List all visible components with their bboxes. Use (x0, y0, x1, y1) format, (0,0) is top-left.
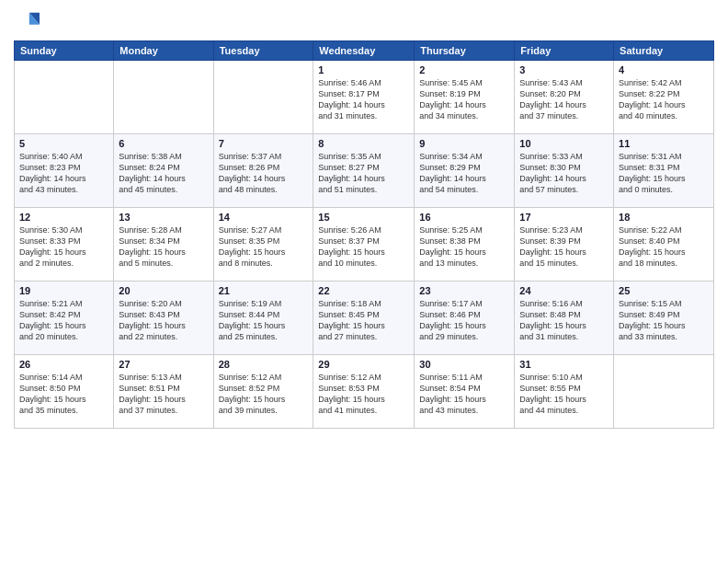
day-number: 28 (219, 359, 309, 370)
day-number: 27 (119, 359, 208, 370)
calendar-cell: 4Sunrise: 5:42 AM Sunset: 8:22 PM Daylig… (614, 61, 714, 134)
day-number: 31 (519, 359, 609, 370)
day-number: 1 (318, 64, 409, 75)
week-row-2: 5Sunrise: 5:40 AM Sunset: 8:23 PM Daylig… (15, 134, 714, 208)
day-info: Sunrise: 5:25 AM Sunset: 8:38 PM Dayligh… (419, 224, 509, 270)
calendar-cell: 20Sunrise: 5:20 AM Sunset: 8:43 PM Dayli… (114, 282, 213, 355)
calendar-cell: 6Sunrise: 5:38 AM Sunset: 8:24 PM Daylig… (114, 134, 213, 208)
calendar-cell: 10Sunrise: 5:33 AM Sunset: 8:30 PM Dayli… (515, 134, 614, 208)
calendar-cell: 8Sunrise: 5:35 AM Sunset: 8:27 PM Daylig… (313, 134, 415, 208)
calendar-cell: 30Sunrise: 5:11 AM Sunset: 8:54 PM Dayli… (415, 355, 515, 429)
day-info: Sunrise: 5:13 AM Sunset: 8:51 PM Dayligh… (119, 372, 208, 417)
day-number: 4 (619, 64, 709, 75)
day-number: 9 (419, 138, 509, 149)
calendar-cell: 16Sunrise: 5:25 AM Sunset: 8:38 PM Dayli… (415, 208, 515, 282)
page: SundayMondayTuesdayWednesdayThursdayFrid… (0, 0, 728, 563)
day-number: 11 (619, 138, 709, 149)
calendar-cell: 7Sunrise: 5:37 AM Sunset: 8:26 PM Daylig… (213, 134, 313, 208)
day-header-monday: Monday (114, 41, 213, 61)
day-header-sunday: Sunday (15, 41, 114, 61)
day-number: 14 (219, 212, 309, 223)
calendar-cell: 15Sunrise: 5:26 AM Sunset: 8:37 PM Dayli… (313, 208, 415, 282)
day-number: 18 (619, 212, 709, 223)
day-number: 7 (219, 138, 309, 149)
day-info: Sunrise: 5:18 AM Sunset: 8:45 PM Dayligh… (318, 298, 409, 343)
day-info: Sunrise: 5:45 AM Sunset: 8:19 PM Dayligh… (419, 77, 509, 122)
day-number: 17 (519, 212, 609, 223)
calendar-cell: 26Sunrise: 5:14 AM Sunset: 8:50 PM Dayli… (15, 355, 114, 429)
day-number: 3 (519, 64, 609, 75)
week-row-5: 26Sunrise: 5:14 AM Sunset: 8:50 PM Dayli… (15, 355, 714, 429)
calendar-cell: 1Sunrise: 5:46 AM Sunset: 8:17 PM Daylig… (313, 61, 415, 134)
calendar-cell: 9Sunrise: 5:34 AM Sunset: 8:29 PM Daylig… (415, 134, 515, 208)
day-info: Sunrise: 5:12 AM Sunset: 8:53 PM Dayligh… (318, 372, 409, 417)
day-info: Sunrise: 5:16 AM Sunset: 8:48 PM Dayligh… (519, 298, 609, 343)
day-info: Sunrise: 5:34 AM Sunset: 8:29 PM Dayligh… (419, 151, 509, 196)
logo-icon (14, 9, 40, 35)
day-info: Sunrise: 5:28 AM Sunset: 8:34 PM Dayligh… (119, 224, 208, 270)
calendar-cell (15, 61, 114, 134)
day-info: Sunrise: 5:15 AM Sunset: 8:49 PM Dayligh… (619, 298, 709, 343)
calendar-body: 1Sunrise: 5:46 AM Sunset: 8:17 PM Daylig… (15, 61, 714, 429)
day-number: 23 (419, 285, 509, 296)
day-info: Sunrise: 5:43 AM Sunset: 8:20 PM Dayligh… (519, 77, 609, 122)
day-info: Sunrise: 5:12 AM Sunset: 8:52 PM Dayligh… (219, 372, 309, 417)
calendar-cell: 21Sunrise: 5:19 AM Sunset: 8:44 PM Dayli… (213, 282, 313, 355)
day-info: Sunrise: 5:40 AM Sunset: 8:23 PM Dayligh… (19, 151, 108, 196)
day-info: Sunrise: 5:14 AM Sunset: 8:50 PM Dayligh… (19, 372, 108, 417)
calendar-cell: 13Sunrise: 5:28 AM Sunset: 8:34 PM Dayli… (114, 208, 213, 282)
calendar-cell: 19Sunrise: 5:21 AM Sunset: 8:42 PM Dayli… (15, 282, 114, 355)
day-number: 20 (119, 285, 208, 296)
day-number: 8 (318, 138, 409, 149)
day-info: Sunrise: 5:33 AM Sunset: 8:30 PM Dayligh… (519, 151, 609, 196)
calendar-cell: 2Sunrise: 5:45 AM Sunset: 8:19 PM Daylig… (415, 61, 515, 134)
day-info: Sunrise: 5:17 AM Sunset: 8:46 PM Dayligh… (419, 298, 509, 343)
calendar-cell: 31Sunrise: 5:10 AM Sunset: 8:55 PM Dayli… (515, 355, 614, 429)
day-header-tuesday: Tuesday (213, 41, 313, 61)
calendar-cell: 17Sunrise: 5:23 AM Sunset: 8:39 PM Dayli… (515, 208, 614, 282)
calendar-cell: 29Sunrise: 5:12 AM Sunset: 8:53 PM Dayli… (313, 355, 415, 429)
day-number: 19 (19, 285, 108, 296)
week-row-3: 12Sunrise: 5:30 AM Sunset: 8:33 PM Dayli… (15, 208, 714, 282)
header (14, 9, 714, 35)
calendar-cell: 27Sunrise: 5:13 AM Sunset: 8:51 PM Dayli… (114, 355, 213, 429)
day-number: 16 (419, 212, 509, 223)
day-info: Sunrise: 5:42 AM Sunset: 8:22 PM Dayligh… (619, 77, 709, 122)
day-number: 15 (318, 212, 409, 223)
day-info: Sunrise: 5:37 AM Sunset: 8:26 PM Dayligh… (219, 151, 309, 196)
header-row: SundayMondayTuesdayWednesdayThursdayFrid… (15, 41, 714, 61)
day-header-friday: Friday (515, 41, 614, 61)
calendar-cell: 18Sunrise: 5:22 AM Sunset: 8:40 PM Dayli… (614, 208, 714, 282)
calendar-cell: 25Sunrise: 5:15 AM Sunset: 8:49 PM Dayli… (614, 282, 714, 355)
calendar-cell: 11Sunrise: 5:31 AM Sunset: 8:31 PM Dayli… (614, 134, 714, 208)
day-info: Sunrise: 5:10 AM Sunset: 8:55 PM Dayligh… (519, 372, 609, 417)
day-number: 24 (519, 285, 609, 296)
day-number: 22 (318, 285, 409, 296)
calendar-header: SundayMondayTuesdayWednesdayThursdayFrid… (15, 41, 714, 61)
day-header-thursday: Thursday (415, 41, 515, 61)
day-number: 10 (519, 138, 609, 149)
calendar-cell (614, 355, 714, 429)
day-number: 12 (19, 212, 108, 223)
day-info: Sunrise: 5:19 AM Sunset: 8:44 PM Dayligh… (219, 298, 309, 343)
calendar-cell: 14Sunrise: 5:27 AM Sunset: 8:35 PM Dayli… (213, 208, 313, 282)
week-row-1: 1Sunrise: 5:46 AM Sunset: 8:17 PM Daylig… (15, 61, 714, 134)
calendar-cell: 23Sunrise: 5:17 AM Sunset: 8:46 PM Dayli… (415, 282, 515, 355)
calendar-cell: 28Sunrise: 5:12 AM Sunset: 8:52 PM Dayli… (213, 355, 313, 429)
day-header-wednesday: Wednesday (313, 41, 415, 61)
day-info: Sunrise: 5:11 AM Sunset: 8:54 PM Dayligh… (419, 372, 509, 417)
day-number: 26 (19, 359, 108, 370)
day-info: Sunrise: 5:31 AM Sunset: 8:31 PM Dayligh… (619, 151, 709, 196)
day-info: Sunrise: 5:20 AM Sunset: 8:43 PM Dayligh… (119, 298, 208, 343)
day-number: 29 (318, 359, 409, 370)
day-info: Sunrise: 5:35 AM Sunset: 8:27 PM Dayligh… (318, 151, 409, 196)
logo (14, 9, 43, 35)
day-info: Sunrise: 5:22 AM Sunset: 8:40 PM Dayligh… (619, 224, 709, 270)
day-number: 21 (219, 285, 309, 296)
day-number: 25 (619, 285, 709, 296)
calendar-cell: 5Sunrise: 5:40 AM Sunset: 8:23 PM Daylig… (15, 134, 114, 208)
day-header-saturday: Saturday (614, 41, 714, 61)
calendar-cell (114, 61, 213, 134)
calendar-cell: 22Sunrise: 5:18 AM Sunset: 8:45 PM Dayli… (313, 282, 415, 355)
day-info: Sunrise: 5:30 AM Sunset: 8:33 PM Dayligh… (19, 224, 108, 270)
